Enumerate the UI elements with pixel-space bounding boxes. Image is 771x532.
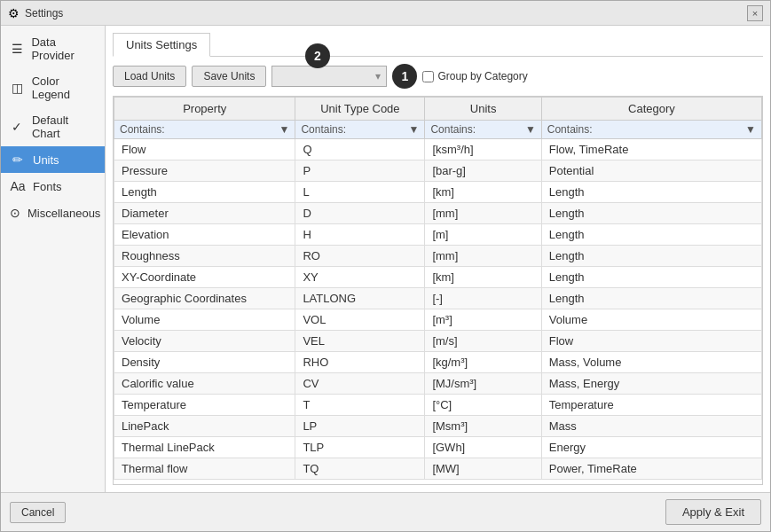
table-wrapper[interactable]: Property Unit Type Code Units Category C… [114,97,762,484]
filter-arrow-icon: ▼ [279,123,290,136]
window-title: Settings [25,7,63,20]
filter-unit-type-code[interactable]: Contains: ▼ [295,121,425,139]
sidebar-item-label: Data Provider [31,35,96,62]
cell-category: Length [541,224,761,246]
table-row[interactable]: LinePack LP [Msm³] Mass [114,416,762,437]
tab-units-settings[interactable]: Units Settings [113,33,210,57]
cell-units: [MW] [425,458,541,480]
table-row[interactable]: Geographic Coordinates LATLONG [-] Lengt… [114,288,762,309]
sidebar-item-units[interactable]: ✏ Units [1,146,105,173]
cell-property: Diameter [114,203,295,224]
col-header-property: Property [114,98,295,121]
tab-header: Units Settings [113,33,763,57]
col-header-units: Units [425,98,541,121]
cell-property: Temperature [114,395,295,416]
cell-category: Volume [541,309,761,331]
cell-unit-type-code: LP [295,416,425,437]
table-row[interactable]: Flow Q [ksm³/h] Flow, TimeRate [114,139,762,160]
cell-units: [m] [425,224,541,246]
content-area: 2 Units Settings Load Units Save Units ▾… [106,26,770,492]
cell-property: Thermal LinePack [114,437,295,458]
cell-unit-type-code: D [295,203,425,224]
table-row[interactable]: Volume VOL [m³] Volume [114,309,762,331]
cell-unit-type-code: T [295,395,425,416]
cell-unit-type-code: XY [295,267,425,288]
sidebar-item-label: Fonts [33,180,62,193]
group-by-category-checkbox[interactable] [422,71,434,82]
table-row[interactable]: Thermal flow TQ [MW] Power, TimeRate [114,458,762,480]
cell-unit-type-code: H [295,224,425,246]
col-header-category: Category [541,98,761,121]
filter-property[interactable]: Contains: ▼ [114,121,295,139]
filter-units[interactable]: Contains: ▼ [425,121,541,139]
table-row[interactable]: Density RHO [kg/m³] Mass, Volume [114,352,762,373]
cell-property: Volume [114,309,295,331]
table-row[interactable]: Calorific value CV [MJ/sm³] Mass, Energy [114,373,762,395]
cell-property: XY-Coordinate [114,267,295,288]
cell-category: Length [541,288,761,309]
cell-unit-type-code: L [295,182,425,203]
table-row[interactable]: Elevation H [m] Length [114,224,762,246]
cell-units: [m/s] [425,331,541,352]
cell-property: Density [114,352,295,373]
sidebar-item-default-chart[interactable]: ✓ Default Chart [1,107,105,146]
apply-exit-button[interactable]: Apply & Exit [665,499,761,525]
cell-category: Length [541,203,761,224]
table-row[interactable]: XY-Coordinate XY [km] Length [114,267,762,288]
footer: Cancel Apply & Exit [1,492,770,531]
sidebar-item-label: Color Legend [32,74,96,101]
cell-unit-type-code: CV [295,373,425,395]
table-row[interactable]: Temperature T [°C] Temperature [114,395,762,416]
sidebar-item-miscellaneous[interactable]: ⊙ Miscellaneous [1,200,105,226]
cell-unit-type-code: TQ [295,458,425,480]
cell-unit-type-code: Q [295,139,425,160]
miscellaneous-icon: ⊙ [10,206,20,220]
cell-category: Mass [541,416,761,437]
cell-category: Flow [541,331,761,352]
table-row[interactable]: Length L [km] Length [114,182,762,203]
filter-category[interactable]: Contains: ▼ [541,121,761,139]
cell-units: [kg/m³] [425,352,541,373]
table-row[interactable]: Roughness RO [mm] Length [114,246,762,267]
fonts-icon: Aa [10,179,26,193]
col-header-unit-type-code: Unit Type Code [295,98,425,121]
badge-2: 2 [305,43,330,68]
cell-property: Calorific value [114,373,295,395]
cell-unit-type-code: RHO [295,352,425,373]
cell-property: Pressure [114,160,295,182]
cell-units: [m³] [425,309,541,331]
sidebar-item-label: Default Chart [32,113,96,140]
table-row[interactable]: Velocity VEL [m/s] Flow [114,331,762,352]
cell-category: Power, TimeRate [541,458,761,480]
table-row[interactable]: Thermal LinePack TLP [GWh] Energy [114,437,762,458]
cell-property: Roughness [114,246,295,267]
sidebar-item-color-legend[interactable]: ◫ Color Legend [1,68,105,107]
table-row[interactable]: Pressure P [bar-g] Potential [114,160,762,182]
cell-property: Length [114,182,295,203]
cell-category: Length [541,267,761,288]
title-bar: ⚙ Settings × [1,1,770,26]
group-by-category-checkbox-group: Group by Category [422,70,527,82]
cell-unit-type-code: LATLONG [295,288,425,309]
cell-property: Elevation [114,224,295,246]
cell-category: Mass, Energy [541,373,761,395]
cell-category: Energy [541,437,761,458]
cell-property: LinePack [114,416,295,437]
units-icon: ✏ [10,153,26,167]
cancel-button[interactable]: Cancel [10,502,66,523]
close-button[interactable]: × [747,5,763,21]
save-units-button[interactable]: Save Units [192,66,266,87]
units-dropdown[interactable]: ▾ [271,66,387,87]
sidebar-item-fonts[interactable]: Aa Fonts [1,173,105,200]
table-row[interactable]: Diameter D [mm] Length [114,203,762,224]
cell-category: Temperature [541,395,761,416]
badge-1: 1 [392,64,417,89]
sidebar-item-data-provider[interactable]: ☰ Data Provider [1,29,105,68]
load-units-button[interactable]: Load Units [113,66,186,87]
cell-units: [bar-g] [425,160,541,182]
cell-category: Length [541,182,761,203]
cell-property: Thermal flow [114,458,295,480]
cell-units: [km] [425,267,541,288]
cell-unit-type-code: RO [295,246,425,267]
cell-unit-type-code: VOL [295,309,425,331]
